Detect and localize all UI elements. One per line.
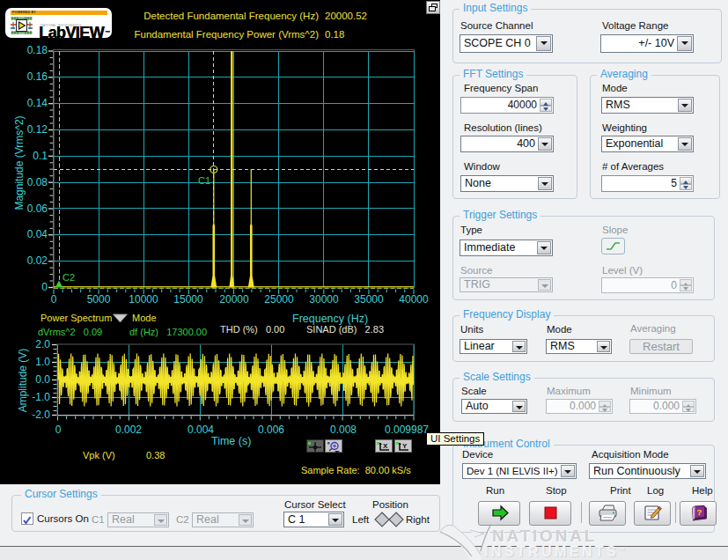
svg-text:Y: Y — [402, 442, 408, 450]
svg-text:?: ? — [697, 507, 702, 517]
svg-text:X: X — [383, 442, 388, 450]
